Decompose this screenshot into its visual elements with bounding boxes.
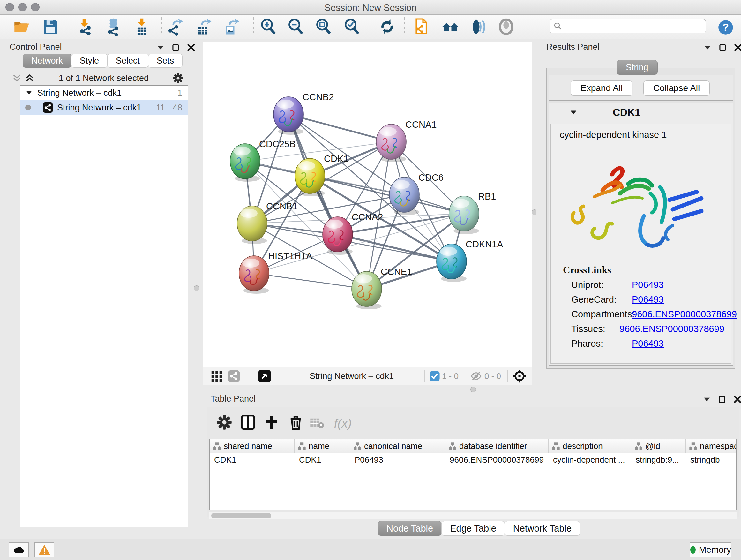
tree-expander-icon[interactable]: [25, 89, 33, 97]
search-input[interactable]: [562, 21, 705, 32]
eye-orb-icon[interactable]: [497, 18, 515, 36]
edge-RB1-HIST1H1A[interactable]: [254, 213, 464, 273]
function-builder-icon[interactable]: f(x): [332, 416, 360, 431]
cell-shared-name[interactable]: CDK1: [210, 453, 294, 466]
close-panel-icon[interactable]: [187, 44, 195, 52]
grid-view-icon[interactable]: [210, 370, 223, 382]
close-panel-icon[interactable]: [733, 395, 741, 403]
tab-style[interactable]: Style: [71, 54, 108, 68]
import-network-database-icon[interactable]: [104, 18, 122, 36]
node-CCNA1[interactable]: CCNA1: [376, 119, 436, 162]
network-view-canvas[interactable]: CCNB2CCNA1CDC25BCDK1CDC6RB1CCNB1CCNA2CDK…: [203, 42, 532, 367]
node-CDK1[interactable]: CDK1: [295, 153, 348, 196]
cell-description[interactable]: cyclin-dependent ...: [549, 453, 631, 466]
tab-network-table[interactable]: Network Table: [504, 521, 580, 536]
bottom-splitter-handle[interactable]: [470, 387, 476, 392]
save-session-icon[interactable]: [42, 18, 59, 36]
float-panel-icon[interactable]: [719, 44, 727, 52]
automation-cloud-button[interactable]: [9, 543, 29, 557]
hide-unhide-icon[interactable]: [469, 18, 487, 36]
column-header-shared-name[interactable]: shared name: [210, 439, 294, 453]
import-table-icon[interactable]: [133, 18, 151, 36]
node-RB1[interactable]: RB1: [449, 191, 496, 234]
crosslink-link[interactable]: 9606.ENSP00000378699: [632, 309, 737, 320]
expand-all-button[interactable]: Expand All: [570, 80, 632, 96]
collapse-all-button[interactable]: Collapse All: [643, 80, 710, 96]
tab-node-table[interactable]: Node Table: [378, 521, 442, 536]
tab-string[interactable]: String: [616, 60, 658, 75]
network-row[interactable]: String Network – cdk1 11 48: [20, 100, 188, 115]
crosslink-link[interactable]: P06493: [632, 338, 664, 349]
zoom-selected-icon[interactable]: [343, 18, 360, 36]
crosslink-link[interactable]: P06493: [632, 294, 664, 305]
cell-name[interactable]: CDK1: [294, 453, 350, 466]
table-horizontal-scrollbar[interactable]: [209, 512, 737, 519]
collapse-panel-icon[interactable]: [156, 44, 165, 52]
delete-column-icon[interactable]: [287, 414, 304, 431]
close-panel-icon[interactable]: [734, 44, 741, 52]
tab-sets[interactable]: Sets: [148, 54, 183, 68]
hidden-eye-icon[interactable]: [470, 370, 482, 382]
open-session-icon[interactable]: [13, 18, 30, 36]
node-CDC6[interactable]: CDC6: [389, 172, 444, 215]
network-graph[interactable]: CCNB2CCNA1CDC25BCDK1CDC6RB1CCNB1CCNA2CDK…: [203, 42, 533, 367]
tab-edge-table[interactable]: Edge Table: [441, 521, 505, 536]
zoom-in-icon[interactable]: [259, 18, 277, 36]
table-row[interactable]: CDK1CDK1P064939606.ENSP00000378699cyclin…: [210, 453, 736, 466]
section-expander-icon[interactable]: [569, 109, 578, 117]
collapse-panel-icon[interactable]: [703, 395, 711, 403]
tab-network[interactable]: Network: [23, 54, 71, 68]
left-splitter-handle[interactable]: [194, 286, 199, 291]
gear-icon[interactable]: [216, 414, 232, 431]
home-icon[interactable]: [441, 18, 459, 36]
cell-namespace[interactable]: stringdb: [686, 453, 736, 466]
node-CCNB1[interactable]: CCNB1: [237, 201, 297, 244]
gene-section-header[interactable]: CDK1: [549, 104, 733, 122]
search-box[interactable]: [549, 19, 706, 33]
node-CDKN1A[interactable]: CDKN1A: [436, 239, 503, 282]
column-header-name[interactable]: name: [294, 439, 350, 453]
selected-checkbox-icon[interactable]: [429, 371, 440, 381]
float-panel-icon[interactable]: [718, 395, 726, 403]
add-column-icon[interactable]: [263, 414, 280, 431]
chevron-double-up-icon[interactable]: [24, 73, 35, 83]
crosslink-link[interactable]: 9606.ENSP00000378699: [619, 324, 724, 334]
zoom-out-icon[interactable]: [286, 18, 305, 36]
chevron-double-down-icon[interactable]: [11, 73, 22, 83]
memory-button[interactable]: Memory: [690, 543, 731, 557]
node-CCNE1[interactable]: CCNE1: [352, 266, 412, 309]
delete-table-icon[interactable]: [310, 417, 324, 429]
warnings-button[interactable]: [35, 543, 54, 557]
birdseye-icon[interactable]: [258, 369, 271, 383]
refresh-icon[interactable]: [378, 18, 396, 36]
column-header-canonical-name[interactable]: canonical name: [350, 439, 445, 453]
column-header-@id[interactable]: @id: [631, 439, 686, 453]
export-image-icon[interactable]: [222, 18, 240, 36]
node-HIST1H1A[interactable]: HIST1H1A: [239, 251, 313, 294]
node-CCNA2[interactable]: CCNA2: [323, 212, 383, 255]
edge-CCNE1-HIST1H1A[interactable]: [254, 273, 367, 289]
crosshair-icon[interactable]: [512, 369, 527, 383]
network-collection-row[interactable]: String Network – cdk1 1: [20, 85, 188, 100]
crosslink-link[interactable]: P06493: [632, 280, 664, 290]
help-icon[interactable]: ?: [718, 19, 735, 37]
export-network-icon[interactable]: [167, 18, 185, 36]
import-network-file-icon[interactable]: [77, 18, 95, 36]
column-header-database-identifier[interactable]: database identifier: [445, 439, 549, 453]
cell-canonical-name[interactable]: P06493: [350, 453, 445, 466]
string-document-icon[interactable]: [413, 18, 431, 36]
scrollbar-thumb[interactable]: [211, 513, 271, 518]
cell-database-identifier[interactable]: 9606.ENSP00000378699: [445, 453, 549, 466]
collapse-panel-icon[interactable]: [703, 44, 712, 52]
export-table-icon[interactable]: [194, 18, 212, 36]
tab-select[interactable]: Select: [107, 54, 148, 68]
share-view-icon[interactable]: [227, 370, 240, 382]
gear-icon[interactable]: [172, 72, 184, 84]
column-header-namespace[interactable]: namespace: [686, 439, 736, 453]
zoom-fit-icon[interactable]: [314, 18, 332, 36]
edge-CCNA2-CDKN1A[interactable]: [338, 234, 452, 261]
show-columns-icon[interactable]: [240, 414, 256, 431]
column-header-description[interactable]: description: [549, 439, 631, 453]
cell-@id[interactable]: stringdb:9...: [631, 453, 686, 466]
float-panel-icon[interactable]: [172, 44, 180, 52]
